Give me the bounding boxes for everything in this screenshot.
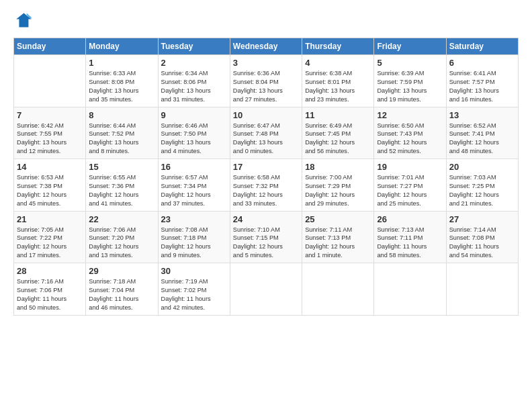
day-info: Sunrise: 6:52 AM Sunset: 7:41 PM Dayligh… (449, 122, 515, 156)
calendar-week-row: 7Sunrise: 6:42 AM Sunset: 7:55 PM Daylig… (14, 107, 519, 159)
day-info: Sunrise: 7:10 AM Sunset: 7:15 PM Dayligh… (233, 226, 299, 261)
calendar-cell: 30Sunrise: 7:19 AM Sunset: 7:02 PM Dayli… (158, 263, 230, 316)
calendar-cell: 28Sunrise: 7:16 AM Sunset: 7:06 PM Dayli… (14, 263, 86, 316)
calendar-cell: 25Sunrise: 7:11 AM Sunset: 7:13 PM Dayli… (302, 211, 374, 263)
calendar-cell: 27Sunrise: 7:14 AM Sunset: 7:08 PM Dayli… (446, 211, 518, 263)
calendar-cell: 12Sunrise: 6:50 AM Sunset: 7:43 PM Dayli… (374, 107, 446, 159)
header-day: Tuesday (158, 38, 230, 55)
calendar-cell: 23Sunrise: 7:08 AM Sunset: 7:18 PM Dayli… (158, 211, 230, 263)
day-number: 27 (449, 214, 515, 224)
day-info: Sunrise: 6:58 AM Sunset: 7:32 PM Dayligh… (233, 173, 299, 208)
day-info: Sunrise: 7:11 AM Sunset: 7:13 PM Dayligh… (305, 226, 371, 261)
day-info: Sunrise: 6:33 AM Sunset: 8:08 PM Dayligh… (89, 69, 154, 104)
day-info: Sunrise: 6:39 AM Sunset: 7:59 PM Dayligh… (377, 69, 443, 104)
day-number: 28 (17, 266, 83, 276)
day-number: 9 (161, 110, 227, 120)
calendar-week-row: 28Sunrise: 7:16 AM Sunset: 7:06 PM Dayli… (14, 263, 519, 316)
calendar-cell: 21Sunrise: 7:05 AM Sunset: 7:22 PM Dayli… (14, 211, 86, 263)
day-number: 23 (161, 214, 227, 224)
day-number: 12 (377, 110, 443, 120)
header (13, 11, 519, 30)
header-day: Thursday (302, 38, 374, 55)
day-info: Sunrise: 7:14 AM Sunset: 7:08 PM Dayligh… (449, 226, 515, 261)
calendar-cell: 24Sunrise: 7:10 AM Sunset: 7:15 PM Dayli… (230, 211, 302, 263)
header-row: SundayMondayTuesdayWednesdayThursdayFrid… (14, 38, 519, 55)
calendar-cell: 19Sunrise: 7:01 AM Sunset: 7:27 PM Dayli… (374, 159, 446, 212)
calendar-cell: 26Sunrise: 7:13 AM Sunset: 7:11 PM Dayli… (374, 211, 446, 263)
day-number: 30 (161, 266, 227, 276)
day-number: 16 (161, 162, 227, 172)
day-number: 11 (305, 110, 371, 120)
header-day: Friday (374, 38, 446, 55)
day-number: 17 (233, 162, 299, 172)
page: SundayMondayTuesdayWednesdayThursdayFrid… (0, 0, 532, 411)
calendar-cell (230, 263, 302, 316)
header-day: Monday (86, 38, 158, 55)
day-info: Sunrise: 7:01 AM Sunset: 7:27 PM Dayligh… (377, 173, 443, 208)
day-info: Sunrise: 7:13 AM Sunset: 7:11 PM Dayligh… (377, 226, 443, 261)
day-info: Sunrise: 7:00 AM Sunset: 7:29 PM Dayligh… (305, 173, 371, 208)
day-info: Sunrise: 7:08 AM Sunset: 7:18 PM Dayligh… (161, 226, 227, 261)
day-info: Sunrise: 6:47 AM Sunset: 7:48 PM Dayligh… (233, 122, 299, 156)
day-number: 10 (233, 110, 299, 120)
calendar-cell: 1Sunrise: 6:33 AM Sunset: 8:08 PM Daylig… (86, 55, 158, 107)
day-number: 13 (449, 110, 515, 120)
calendar-cell (302, 263, 374, 316)
calendar-cell: 14Sunrise: 6:53 AM Sunset: 7:38 PM Dayli… (14, 159, 86, 212)
day-number: 7 (17, 110, 83, 120)
day-number: 20 (449, 162, 515, 172)
day-info: Sunrise: 6:50 AM Sunset: 7:43 PM Dayligh… (377, 122, 443, 156)
calendar-cell: 11Sunrise: 6:49 AM Sunset: 7:45 PM Dayli… (302, 107, 374, 159)
calendar-cell: 6Sunrise: 6:41 AM Sunset: 7:57 PM Daylig… (446, 55, 518, 107)
day-info: Sunrise: 6:34 AM Sunset: 8:06 PM Dayligh… (161, 69, 227, 104)
calendar-cell: 20Sunrise: 7:03 AM Sunset: 7:25 PM Dayli… (446, 159, 518, 212)
calendar-cell: 4Sunrise: 6:38 AM Sunset: 8:01 PM Daylig… (302, 55, 374, 107)
calendar-week-row: 14Sunrise: 6:53 AM Sunset: 7:38 PM Dayli… (14, 159, 519, 212)
calendar-cell: 10Sunrise: 6:47 AM Sunset: 7:48 PM Dayli… (230, 107, 302, 159)
day-number: 14 (17, 162, 83, 172)
day-number: 24 (233, 214, 299, 224)
day-number: 25 (305, 214, 371, 224)
day-number: 29 (89, 266, 154, 276)
calendar-cell: 17Sunrise: 6:58 AM Sunset: 7:32 PM Dayli… (230, 159, 302, 212)
day-number: 18 (305, 162, 371, 172)
day-info: Sunrise: 6:57 AM Sunset: 7:34 PM Dayligh… (161, 173, 227, 208)
calendar-cell: 9Sunrise: 6:46 AM Sunset: 7:50 PM Daylig… (158, 107, 230, 159)
calendar-cell (374, 263, 446, 316)
day-number: 6 (449, 58, 515, 68)
day-number: 1 (89, 58, 154, 68)
calendar-cell: 15Sunrise: 6:55 AM Sunset: 7:36 PM Dayli… (86, 159, 158, 212)
day-number: 8 (89, 110, 154, 120)
day-info: Sunrise: 6:55 AM Sunset: 7:36 PM Dayligh… (89, 173, 154, 208)
calendar-cell: 18Sunrise: 7:00 AM Sunset: 7:29 PM Dayli… (302, 159, 374, 212)
day-info: Sunrise: 6:44 AM Sunset: 7:52 PM Dayligh… (89, 122, 154, 156)
day-info: Sunrise: 6:41 AM Sunset: 7:57 PM Dayligh… (449, 69, 515, 104)
day-info: Sunrise: 6:49 AM Sunset: 7:45 PM Dayligh… (305, 122, 371, 156)
calendar-cell: 3Sunrise: 6:36 AM Sunset: 8:04 PM Daylig… (230, 55, 302, 107)
calendar-cell: 13Sunrise: 6:52 AM Sunset: 7:41 PM Dayli… (446, 107, 518, 159)
calendar-cell: 7Sunrise: 6:42 AM Sunset: 7:55 PM Daylig… (14, 107, 86, 159)
calendar-week-row: 21Sunrise: 7:05 AM Sunset: 7:22 PM Dayli… (14, 211, 519, 263)
day-number: 4 (305, 58, 371, 68)
calendar-cell: 5Sunrise: 6:39 AM Sunset: 7:59 PM Daylig… (374, 55, 446, 107)
day-number: 19 (377, 162, 443, 172)
day-number: 22 (89, 214, 154, 224)
header-day: Saturday (446, 38, 518, 55)
day-info: Sunrise: 6:53 AM Sunset: 7:38 PM Dayligh… (17, 173, 83, 208)
day-number: 21 (17, 214, 83, 224)
calendar-cell (14, 55, 86, 107)
calendar-cell: 2Sunrise: 6:34 AM Sunset: 8:06 PM Daylig… (158, 55, 230, 107)
calendar-cell: 22Sunrise: 7:06 AM Sunset: 7:20 PM Dayli… (86, 211, 158, 263)
day-info: Sunrise: 7:19 AM Sunset: 7:02 PM Dayligh… (161, 277, 227, 312)
day-info: Sunrise: 6:38 AM Sunset: 8:01 PM Dayligh… (305, 69, 371, 104)
logo-icon (13, 11, 32, 30)
day-number: 15 (89, 162, 154, 172)
day-info: Sunrise: 6:36 AM Sunset: 8:04 PM Dayligh… (233, 69, 299, 104)
day-info: Sunrise: 7:16 AM Sunset: 7:06 PM Dayligh… (17, 277, 83, 312)
day-info: Sunrise: 6:42 AM Sunset: 7:55 PM Dayligh… (17, 122, 83, 156)
calendar-cell: 29Sunrise: 7:18 AM Sunset: 7:04 PM Dayli… (86, 263, 158, 316)
day-number: 2 (161, 58, 227, 68)
calendar-cell: 8Sunrise: 6:44 AM Sunset: 7:52 PM Daylig… (86, 107, 158, 159)
day-info: Sunrise: 7:18 AM Sunset: 7:04 PM Dayligh… (89, 277, 154, 312)
calendar-cell: 16Sunrise: 6:57 AM Sunset: 7:34 PM Dayli… (158, 159, 230, 212)
